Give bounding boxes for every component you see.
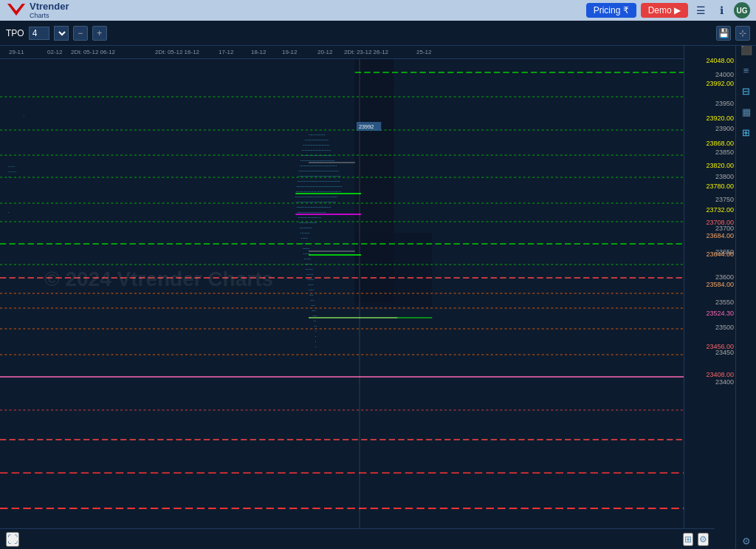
time-axis: 29-11 02-12 2Dt: 05-12 06-12 2Dt: 05-12 … [0, 46, 684, 59]
logo-icon [6, 2, 27, 18]
svg-text:···················: ··················· [303, 143, 330, 148]
logo-area: Vtrender Charts [6, 1, 69, 19]
tpo-value-input[interactable] [29, 27, 49, 40]
price-23850: 23850 [715, 149, 734, 156]
svg-text:·····: ····· [301, 236, 309, 241]
price-23920: 23920.00 [706, 115, 734, 122]
svg-text:···: ··· [310, 298, 315, 303]
time-label-5: 18-12 [251, 49, 266, 55]
price-23732: 23732.00 [706, 206, 734, 214]
chart-area: 29-11 02-12 2Dt: 05-12 06-12 2Dt: 05-12 … [0, 46, 735, 549]
svg-text:···························: ··························· [300, 163, 337, 168]
fullscreen-button[interactable]: ⛶ [6, 532, 19, 547]
svg-rect-2 [0, 59, 684, 549]
chart-settings-button[interactable]: ⚙ [698, 533, 709, 546]
price-23800: 23800 [715, 173, 734, 180]
svg-text:···: ··· [312, 308, 316, 313]
sidebar-list-icon[interactable]: ≡ [738, 62, 755, 78]
sidebar-grid-icon[interactable]: ⊟ [738, 83, 755, 99]
tpo-label: TPO [6, 28, 24, 38]
svg-text:·····: ····· [305, 262, 312, 267]
time-label-7: 20-12 [317, 49, 332, 55]
svg-text:······························: ······························· [295, 194, 337, 200]
price-23992: 23992.00 [706, 80, 734, 87]
chart-canvas: ····· ······ ·· · · ············ ·······… [0, 59, 684, 549]
user-avatar[interactable]: UG [734, 2, 750, 18]
svg-text:·························: ························· [296, 205, 331, 210]
svg-text:·····: ····· [303, 246, 310, 251]
chart-grid-button[interactable]: ⊞ [683, 533, 693, 546]
chart-bottom-toolbar: ⛶ ⊞ ⚙ [0, 528, 715, 549]
price-23950: 23950 [715, 100, 734, 107]
price-23500: 23500 [715, 324, 734, 331]
right-sidebar: Live ⬛ ≡ ⊟ ▦ ⊞ ⚙ [735, 21, 756, 549]
price-24048: 24048.00 [706, 57, 734, 64]
svg-text:23992: 23992 [359, 124, 374, 130]
time-label-4: 17-12 [219, 49, 233, 55]
svg-text:······························: ································· [296, 184, 342, 189]
price-24000: 24000 [715, 71, 734, 78]
svg-text:·····: ····· [304, 256, 312, 262]
price-axis: 24048.00 24000 23992.00 23950 23920.00 2… [684, 46, 735, 549]
svg-text:···: ··· [311, 303, 315, 308]
time-label-9: 25-12 [416, 49, 431, 55]
crosshair-button[interactable]: ⊹ [735, 26, 750, 41]
svg-text:·: · [315, 329, 316, 334]
nav-right: Pricing ₹ Demo ▶ ☰ ℹ UG [586, 2, 750, 18]
svg-text:······························: ······························· [298, 174, 340, 179]
price-23868: 23868.00 [706, 140, 734, 147]
price-23750: 23750 [715, 196, 734, 203]
time-label-8: 2Dt: 23-12 26-12 [344, 49, 388, 55]
sidebar-table-icon[interactable]: ⊞ [738, 124, 755, 140]
increase-button[interactable]: + [92, 26, 107, 41]
price-23450: 23450 [715, 349, 734, 356]
hamburger-menu-button[interactable]: ☰ [693, 2, 709, 18]
price-23780: 23780.00 [706, 183, 734, 190]
sidebar-settings-icon[interactable]: ⚙ [738, 533, 755, 549]
svg-text:·····························: ····························· [298, 168, 339, 174]
toolbar-right-actions: 💾 ⊹ [716, 26, 750, 41]
price-23820: 23820.00 [706, 162, 734, 169]
svg-text:··: ·· [314, 324, 317, 329]
svg-text:·····························: ····························· [295, 200, 336, 205]
svg-text:·: · [315, 339, 316, 344]
svg-text:·: · [23, 114, 24, 120]
price-23584: 23584.00 [706, 281, 734, 288]
pricing-button[interactable]: Pricing ₹ [586, 3, 636, 18]
price-23700: 23700 [715, 225, 734, 232]
svg-text:·: · [315, 344, 316, 349]
sidebar-columns-icon[interactable]: ▦ [738, 103, 755, 120]
time-label-2: 2Dt: 05-12 06-12 [71, 49, 115, 55]
time-label-6: 19-12 [282, 49, 297, 55]
price-23400: 23400 [715, 378, 734, 386]
info-button[interactable]: ℹ [713, 2, 729, 18]
save-button[interactable]: 💾 [716, 26, 731, 41]
top-navigation-bar: Vtrender Charts Pricing ₹ Demo ▶ ☰ ℹ UG [0, 0, 756, 21]
svg-marker-1 [7, 4, 25, 16]
logo-sub-text: Charts [30, 12, 69, 19]
price-23644: 23644.00 [706, 250, 734, 258]
svg-text:·····: ····· [303, 251, 311, 256]
svg-text:·······: ······· [300, 231, 310, 236]
svg-text:······························: ······························· [297, 179, 340, 184]
price-23524: 23524.30 [706, 310, 734, 317]
main-chart-svg: ····· ······ ·· · · ············ ·······… [0, 59, 684, 549]
svg-text:·····: ····· [306, 267, 313, 272]
decrease-button[interactable]: − [73, 26, 88, 41]
svg-text:·: · [315, 334, 316, 339]
vtrender-logo-svg [6, 2, 27, 18]
time-label-1: 02-12 [47, 49, 62, 55]
price-23684: 23684.00 [706, 232, 734, 239]
svg-text:············: ············ [309, 132, 326, 137]
svg-text:·········: ········· [300, 225, 312, 231]
svg-text:·······················: ······················· [301, 153, 333, 158]
svg-text:·: · [7, 209, 9, 216]
tpo-dropdown[interactable]: ▼ [54, 26, 69, 41]
svg-text:··: ·· [313, 318, 316, 324]
svg-text:·················: ················· [305, 137, 329, 143]
svg-text:····: ···· [309, 287, 315, 293]
demo-button[interactable]: Demo ▶ [641, 3, 688, 18]
svg-text:····: ···· [308, 282, 314, 287]
price-23408: 23408.00 [706, 371, 734, 378]
svg-text:·················: ················· [298, 215, 321, 220]
